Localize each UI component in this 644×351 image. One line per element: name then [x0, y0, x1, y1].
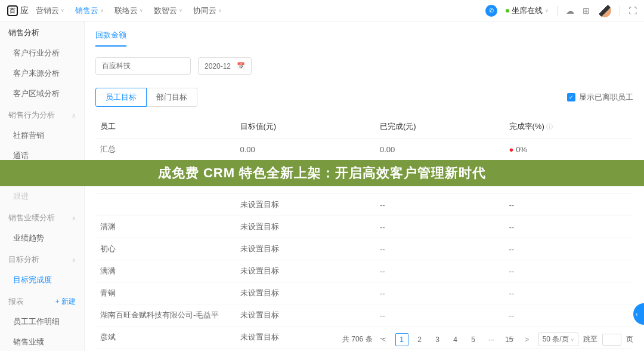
sidebar-item-staff-detail[interactable]: 员工工作明细: [0, 312, 84, 332]
sidebar-item-sales-perf[interactable]: 销售业绩: [0, 332, 84, 351]
show-left-checkbox[interactable]: ✓ 显示已离职员工: [567, 92, 633, 103]
jump-page-input[interactable]: [602, 334, 621, 346]
cell-done: --: [375, 194, 504, 216]
data-table: 员工 目标值(元) 已完成(元) 完成率(%) ⓘ 汇总0.000.00●0%泰…: [95, 115, 633, 351]
sidebar-item-followup: 跟进: [0, 186, 84, 207]
chevron-down-icon: ∨: [545, 8, 549, 13]
chevron-up-icon: ∧: [72, 215, 76, 221]
next-page-button[interactable]: >: [521, 333, 534, 346]
phone-icon[interactable]: ✆: [485, 5, 497, 17]
header: 百 应 营销云∨ 销售云∨ 联络云∨ 数智云∨ 协同云∨ ✆ 坐席在线 ∨ ☁ …: [0, 0, 644, 21]
cell-target: 未设置目标: [236, 349, 376, 352]
table-row: 未设置目标----: [95, 194, 633, 216]
cell-name: 湖南百旺金赋科技有限公司-毛益平: [95, 304, 236, 327]
col-employee: 员工: [95, 115, 236, 138]
nav-tab-sales[interactable]: 销售云∨: [75, 5, 104, 16]
page-15[interactable]: 15: [503, 333, 516, 346]
cell-done: --: [375, 238, 504, 260]
info-icon[interactable]: ⓘ: [546, 123, 553, 130]
date-filter[interactable]: 2020-12📅: [198, 57, 252, 75]
checkbox-icon: ✓: [567, 93, 575, 101]
chevron-down-icon: ∨: [140, 8, 143, 13]
sub-tabs: 员工目标 部门目标: [95, 88, 197, 107]
avatar[interactable]: [598, 4, 611, 17]
logo-text: 应: [20, 5, 29, 16]
page-4[interactable]: 4: [449, 333, 462, 346]
cell-rate: --: [504, 238, 634, 260]
page-1[interactable]: 1: [395, 333, 408, 346]
logo-icon: 百: [7, 5, 18, 16]
sidebar-section-reports: 报表+ 新建: [0, 290, 84, 312]
nav-tab-contact[interactable]: 联络云∨: [114, 5, 143, 16]
table-row: 满满未设置目标----: [95, 260, 633, 282]
cell-done: --: [375, 304, 504, 327]
fullscreen-icon[interactable]: ⛶: [628, 6, 637, 16]
table-row: 青铜未设置目标----: [95, 282, 633, 304]
chevron-up-icon: ∧: [72, 112, 76, 119]
header-right: ✆ 坐席在线 ∨ ☁ ⊞ ⛶: [485, 4, 637, 17]
chevron-down-icon: ∨: [61, 8, 64, 13]
nav-tab-marketing[interactable]: 营销云∨: [36, 5, 64, 16]
cell-name: 金卫: [95, 349, 236, 352]
cell-target: 未设置目标: [236, 282, 376, 304]
divider: [620, 6, 620, 16]
sidebar-section-performance[interactable]: 销售业绩分析∧: [0, 207, 84, 228]
page-3[interactable]: 3: [431, 333, 444, 346]
cell-done: --: [375, 349, 504, 352]
status-dot-icon: [506, 9, 509, 13]
nav-tabs: 营销云∨ 销售云∨ 联络云∨ 数智云∨ 协同云∨: [36, 5, 485, 16]
logo[interactable]: 百 应: [7, 5, 29, 16]
tab-dept-target[interactable]: 部门目标: [147, 88, 197, 107]
cell-done: 0.00: [375, 138, 504, 161]
cell-name: 汇总: [95, 138, 236, 161]
sidebar-section-behavior[interactable]: 销售行为分析∧: [0, 104, 84, 125]
main-content: 回款金额 百应科技 2020-12📅 员工目标 部门目标 ✓ 显示已离职员工 员…: [85, 21, 644, 351]
nav-tab-intelligence[interactable]: 数智云∨: [154, 5, 182, 16]
status-indicator[interactable]: 坐席在线 ∨: [506, 5, 549, 16]
page-tab-title[interactable]: 回款金额: [95, 30, 126, 47]
cloud-icon[interactable]: ☁: [566, 6, 574, 16]
page-2[interactable]: 2: [413, 333, 426, 346]
table-row: 湖南百旺金赋科技有限公司-毛益平未设置目标----: [95, 304, 633, 327]
sidebar-item-source[interactable]: 客户来源分析: [0, 63, 84, 84]
nav-tab-collab[interactable]: 协同云∨: [193, 5, 222, 16]
cell-target: 未设置目标: [236, 216, 376, 238]
cell-name: 满满: [95, 260, 236, 282]
cell-target: 0.00: [236, 138, 376, 161]
chevron-down-icon: ∨: [571, 337, 574, 343]
company-filter[interactable]: 百应科技: [95, 57, 191, 75]
add-report-button[interactable]: + 新建: [55, 297, 76, 307]
page-ellipsis: ···: [485, 333, 498, 346]
col-done: 已完成(元): [375, 115, 504, 138]
pagination-total: 共 706 条: [342, 334, 373, 344]
col-target: 目标值(元): [236, 115, 376, 138]
tab-employee-target[interactable]: 员工目标: [95, 88, 147, 107]
table-row: 初心未设置目标----: [95, 238, 633, 260]
sidebar-item-region[interactable]: 客户区域分析: [0, 84, 84, 104]
sidebar-item-industry[interactable]: 客户行业分析: [0, 43, 84, 63]
sidebar-item-community[interactable]: 社群营销: [0, 125, 84, 146]
sidebar-section-target[interactable]: 目标分析∧: [0, 248, 84, 270]
cell-done: --: [375, 216, 504, 238]
cell-done: --: [375, 282, 504, 304]
chevron-down-icon: ∨: [179, 8, 182, 13]
table-row: 汇总0.000.00●0%: [95, 138, 633, 161]
prev-page-button[interactable]: <: [377, 333, 391, 346]
chevron-up-icon: ∧: [72, 257, 76, 263]
table-row: 金卫未设置目标----: [95, 349, 633, 352]
col-rate: 完成率(%) ⓘ: [504, 115, 634, 138]
cell-rate: --: [504, 282, 634, 304]
sidebar-item-trend[interactable]: 业绩趋势: [0, 228, 84, 248]
per-page-select[interactable]: 50 条/页 ∨: [538, 332, 578, 346]
cell-rate: --: [504, 216, 634, 238]
chevron-down-icon: ∨: [218, 8, 222, 13]
cell-rate: ●0%: [504, 138, 634, 161]
apps-icon[interactable]: ⊞: [583, 6, 590, 16]
cell-name: 青铜: [95, 282, 236, 304]
cell-target: 未设置目标: [236, 238, 376, 260]
page-5[interactable]: 5: [467, 333, 480, 346]
divider: [557, 6, 558, 16]
sidebar-item-completion[interactable]: 目标完成度: [0, 270, 84, 290]
cell-target: 未设置目标: [236, 260, 376, 282]
cell-target: 未设置目标: [236, 304, 376, 327]
